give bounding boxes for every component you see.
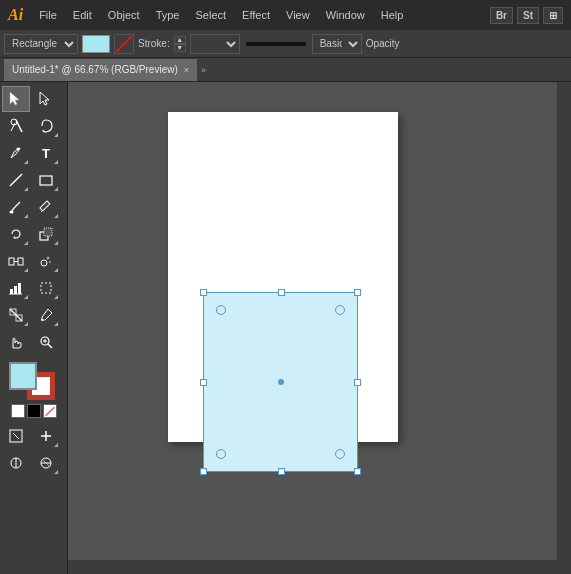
tool-row-9: [2, 302, 65, 328]
svg-rect-26: [41, 283, 51, 293]
fill-color-swatch[interactable]: [82, 35, 110, 53]
tool-row-6: [2, 221, 65, 247]
stroke-stepper[interactable]: ▲ ▼: [174, 36, 186, 52]
hand-tool[interactable]: [2, 329, 30, 355]
tool-row-1: [2, 86, 65, 112]
svg-rect-9: [40, 176, 52, 185]
svg-line-12: [41, 210, 43, 212]
svg-point-30: [41, 319, 43, 321]
menu-view[interactable]: View: [280, 7, 316, 23]
extra-tool-4[interactable]: [32, 450, 60, 476]
tool-row-7: [2, 248, 65, 274]
direct-select-tool[interactable]: [32, 86, 60, 112]
svg-point-20: [47, 257, 50, 260]
tool-row-5: [2, 194, 65, 220]
artboard-tool[interactable]: [32, 275, 60, 301]
menu-file[interactable]: File: [33, 7, 63, 23]
line-tool[interactable]: [2, 167, 30, 193]
zoom-tool[interactable]: [32, 329, 60, 355]
magic-wand-tool[interactable]: [2, 113, 30, 139]
pen-tool[interactable]: [2, 140, 30, 166]
corner-circle-tr: [335, 305, 345, 315]
tool-row-10: [2, 329, 65, 355]
basic-select[interactable]: Basic: [312, 34, 362, 54]
handle-mid-left[interactable]: [200, 379, 207, 386]
stroke-down[interactable]: ▼: [174, 44, 186, 52]
extra-tool-1[interactable]: [2, 423, 30, 449]
st-button[interactable]: St: [517, 7, 539, 24]
menu-select[interactable]: Select: [189, 7, 232, 23]
handle-bot-right[interactable]: [354, 468, 361, 475]
br-button[interactable]: Br: [490, 7, 513, 24]
selected-rectangle[interactable]: [203, 292, 358, 472]
menu-type[interactable]: Type: [150, 7, 186, 23]
handle-bot-left[interactable]: [200, 468, 207, 475]
handle-top-mid[interactable]: [278, 289, 285, 296]
rotate-tool[interactable]: [2, 221, 30, 247]
extra-tool-3[interactable]: [2, 450, 30, 476]
tab-close-button[interactable]: ×: [184, 65, 189, 75]
tool-row-extra1: [2, 423, 65, 449]
horizontal-scrollbar[interactable]: [68, 560, 557, 574]
menu-edit[interactable]: Edit: [67, 7, 98, 23]
rect-tool[interactable]: [32, 167, 60, 193]
svg-point-7: [17, 148, 20, 151]
blend-tool[interactable]: [2, 248, 30, 274]
svg-line-0: [116, 36, 132, 52]
svg-marker-13: [13, 236, 16, 239]
handle-top-left[interactable]: [200, 289, 207, 296]
color-area: [2, 360, 65, 420]
svg-rect-23: [14, 286, 17, 294]
menu-object[interactable]: Object: [102, 7, 146, 23]
tool-row-extra2: [2, 450, 65, 476]
menu-effect[interactable]: Effect: [236, 7, 276, 23]
svg-line-8: [10, 174, 22, 186]
handle-top-right[interactable]: [354, 289, 361, 296]
stroke-label: Stroke:: [138, 38, 170, 49]
document-tab[interactable]: Untitled-1* @ 66.67% (RGB/Preview) ×: [4, 59, 197, 81]
opacity-label: Opacity: [366, 38, 400, 49]
tool-row-4: [2, 167, 65, 193]
svg-marker-3: [40, 92, 49, 105]
tool-type-select[interactable]: Rectangle: [4, 34, 78, 54]
eyedrop-tool[interactable]: [32, 302, 60, 328]
svg-marker-2: [10, 92, 19, 105]
menu-help[interactable]: Help: [375, 7, 410, 23]
pencil-tool[interactable]: [32, 194, 60, 220]
black-fill-button[interactable]: [27, 404, 41, 418]
fill-swatch[interactable]: [9, 362, 37, 390]
slice-tool[interactable]: [2, 302, 30, 328]
stroke-type-select[interactable]: [190, 34, 240, 54]
lasso-tool[interactable]: [32, 113, 60, 139]
corner-circle-bl: [216, 449, 226, 459]
vertical-scrollbar[interactable]: [557, 82, 571, 574]
svg-line-32: [48, 344, 52, 348]
grid-button[interactable]: ⊞: [543, 7, 563, 24]
symbol-spray-tool[interactable]: [32, 248, 60, 274]
none-fill-button[interactable]: [11, 404, 25, 418]
stroke-icon: [114, 34, 134, 54]
stroke-up[interactable]: ▲: [174, 36, 186, 44]
tab-bar: Untitled-1* @ 66.67% (RGB/Preview) × »: [0, 58, 571, 82]
color-swatches: [9, 362, 59, 402]
tool-row-2: [2, 113, 65, 139]
tab-expand-icon[interactable]: »: [201, 65, 206, 75]
svg-rect-22: [10, 289, 13, 294]
handle-bot-mid[interactable]: [278, 468, 285, 475]
text-tool[interactable]: T: [32, 140, 60, 166]
chart-tool[interactable]: [2, 275, 30, 301]
line-style-preview: [246, 42, 306, 46]
svg-rect-17: [18, 258, 23, 265]
extra-tool-2[interactable]: [32, 423, 60, 449]
svg-point-21: [49, 261, 51, 263]
handle-mid-right[interactable]: [354, 379, 361, 386]
no-fill-button[interactable]: [43, 404, 57, 418]
paintbrush-tool[interactable]: [2, 194, 30, 220]
svg-rect-16: [9, 258, 14, 265]
mini-color-btns: [4, 404, 63, 418]
svg-point-19: [41, 260, 47, 266]
scale-tool[interactable]: [32, 221, 60, 247]
ai-logo: Ai: [8, 6, 23, 24]
select-tool[interactable]: [2, 86, 30, 112]
menu-window[interactable]: Window: [320, 7, 371, 23]
